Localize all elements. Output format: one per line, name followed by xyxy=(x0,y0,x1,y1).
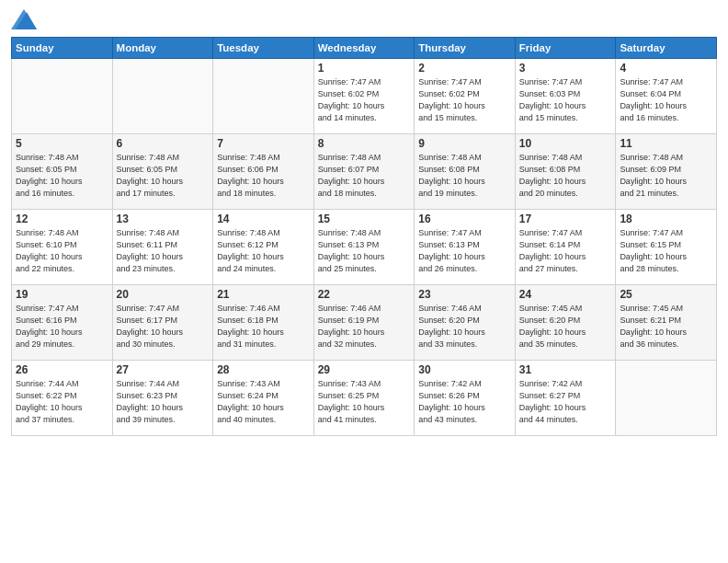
logo xyxy=(11,9,40,29)
day-number: 31 xyxy=(519,363,612,376)
calendar-cell: 26Sunrise: 7:44 AM Sunset: 6:22 PM Dayli… xyxy=(12,361,113,436)
day-number: 19 xyxy=(16,288,108,301)
day-info: Sunrise: 7:48 AM Sunset: 6:09 PM Dayligh… xyxy=(620,152,712,200)
weekday-header-sunday: Sunday xyxy=(12,38,113,59)
day-info: Sunrise: 7:43 AM Sunset: 6:25 PM Dayligh… xyxy=(318,378,411,426)
day-number: 11 xyxy=(620,137,712,150)
calendar-cell: 12Sunrise: 7:48 AM Sunset: 6:10 PM Dayli… xyxy=(12,210,113,285)
day-number: 4 xyxy=(620,62,712,75)
day-number: 1 xyxy=(318,62,411,75)
day-number: 21 xyxy=(217,288,310,301)
day-number: 17 xyxy=(519,213,612,225)
day-info: Sunrise: 7:42 AM Sunset: 6:26 PM Dayligh… xyxy=(418,378,511,426)
day-info: Sunrise: 7:48 AM Sunset: 6:08 PM Dayligh… xyxy=(519,152,612,200)
calendar-cell: 3Sunrise: 7:47 AM Sunset: 6:03 PM Daylig… xyxy=(515,59,616,134)
calendar-cell: 31Sunrise: 7:42 AM Sunset: 6:27 PM Dayli… xyxy=(515,361,616,436)
calendar-cell: 23Sunrise: 7:46 AM Sunset: 6:20 PM Dayli… xyxy=(415,285,516,361)
day-number: 6 xyxy=(117,137,210,150)
day-info: Sunrise: 7:47 AM Sunset: 6:14 PM Dayligh… xyxy=(519,227,612,275)
weekday-header-saturday: Saturday xyxy=(616,38,717,59)
calendar-cell: 19Sunrise: 7:47 AM Sunset: 6:16 PM Dayli… xyxy=(12,285,113,361)
day-number: 29 xyxy=(318,363,411,376)
day-number: 7 xyxy=(217,137,310,150)
calendar-header: SundayMondayTuesdayWednesdayThursdayFrid… xyxy=(12,38,717,59)
day-info: Sunrise: 7:48 AM Sunset: 6:06 PM Dayligh… xyxy=(217,152,310,200)
calendar-cell xyxy=(112,59,213,134)
day-info: Sunrise: 7:48 AM Sunset: 6:05 PM Dayligh… xyxy=(117,152,210,200)
day-info: Sunrise: 7:48 AM Sunset: 6:05 PM Dayligh… xyxy=(16,152,108,200)
day-info: Sunrise: 7:48 AM Sunset: 6:13 PM Dayligh… xyxy=(318,227,411,275)
calendar-cell: 5Sunrise: 7:48 AM Sunset: 6:05 PM Daylig… xyxy=(12,134,113,210)
day-info: Sunrise: 7:46 AM Sunset: 6:18 PM Dayligh… xyxy=(217,303,310,350)
calendar-cell: 14Sunrise: 7:48 AM Sunset: 6:12 PM Dayli… xyxy=(213,210,314,285)
day-info: Sunrise: 7:48 AM Sunset: 6:12 PM Dayligh… xyxy=(217,227,310,275)
day-number: 12 xyxy=(16,213,108,225)
day-info: Sunrise: 7:48 AM Sunset: 6:08 PM Dayligh… xyxy=(418,152,511,200)
calendar-cell: 15Sunrise: 7:48 AM Sunset: 6:13 PM Dayli… xyxy=(313,210,415,285)
calendar-cell: 4Sunrise: 7:47 AM Sunset: 6:04 PM Daylig… xyxy=(616,59,717,134)
day-info: Sunrise: 7:48 AM Sunset: 6:11 PM Dayligh… xyxy=(117,227,210,275)
day-info: Sunrise: 7:48 AM Sunset: 6:07 PM Dayligh… xyxy=(318,152,411,200)
day-info: Sunrise: 7:45 AM Sunset: 6:20 PM Dayligh… xyxy=(519,303,612,350)
calendar-week-2: 5Sunrise: 7:48 AM Sunset: 6:05 PM Daylig… xyxy=(12,134,717,210)
day-info: Sunrise: 7:47 AM Sunset: 6:02 PM Dayligh… xyxy=(418,76,511,124)
calendar-week-5: 26Sunrise: 7:44 AM Sunset: 6:22 PM Dayli… xyxy=(12,361,717,436)
day-number: 20 xyxy=(117,288,210,301)
weekday-header-monday: Monday xyxy=(112,38,213,59)
day-number: 28 xyxy=(217,363,310,376)
day-info: Sunrise: 7:42 AM Sunset: 6:27 PM Dayligh… xyxy=(519,378,612,426)
calendar-cell: 13Sunrise: 7:48 AM Sunset: 6:11 PM Dayli… xyxy=(112,210,213,285)
day-number: 14 xyxy=(217,213,310,225)
header xyxy=(11,9,717,29)
day-number: 23 xyxy=(418,288,511,301)
calendar-cell: 6Sunrise: 7:48 AM Sunset: 6:05 PM Daylig… xyxy=(112,134,213,210)
day-number: 18 xyxy=(620,213,712,225)
calendar-cell: 1Sunrise: 7:47 AM Sunset: 6:02 PM Daylig… xyxy=(313,59,415,134)
calendar-cell: 20Sunrise: 7:47 AM Sunset: 6:17 PM Dayli… xyxy=(112,285,213,361)
day-number: 15 xyxy=(318,213,411,225)
calendar-cell: 27Sunrise: 7:44 AM Sunset: 6:23 PM Dayli… xyxy=(112,361,213,436)
calendar-cell: 18Sunrise: 7:47 AM Sunset: 6:15 PM Dayli… xyxy=(616,210,717,285)
day-info: Sunrise: 7:44 AM Sunset: 6:23 PM Dayligh… xyxy=(117,378,210,426)
day-number: 25 xyxy=(620,288,712,301)
calendar-cell: 9Sunrise: 7:48 AM Sunset: 6:08 PM Daylig… xyxy=(415,134,516,210)
day-number: 8 xyxy=(318,137,411,150)
day-number: 27 xyxy=(117,363,210,376)
calendar-cell: 16Sunrise: 7:47 AM Sunset: 6:13 PM Dayli… xyxy=(415,210,516,285)
calendar-cell: 22Sunrise: 7:46 AM Sunset: 6:19 PM Dayli… xyxy=(313,285,415,361)
calendar-cell: 25Sunrise: 7:45 AM Sunset: 6:21 PM Dayli… xyxy=(616,285,717,361)
weekday-header-tuesday: Tuesday xyxy=(213,38,314,59)
calendar-cell: 30Sunrise: 7:42 AM Sunset: 6:26 PM Dayli… xyxy=(415,361,516,436)
day-number: 30 xyxy=(418,363,511,376)
calendar-cell xyxy=(213,59,314,134)
calendar-cell xyxy=(616,361,717,436)
day-info: Sunrise: 7:47 AM Sunset: 6:15 PM Dayligh… xyxy=(620,227,712,275)
calendar-cell: 7Sunrise: 7:48 AM Sunset: 6:06 PM Daylig… xyxy=(213,134,314,210)
weekday-row: SundayMondayTuesdayWednesdayThursdayFrid… xyxy=(12,38,717,59)
weekday-header-friday: Friday xyxy=(515,38,616,59)
day-info: Sunrise: 7:47 AM Sunset: 6:13 PM Dayligh… xyxy=(418,227,511,275)
day-number: 10 xyxy=(519,137,612,150)
calendar-cell: 8Sunrise: 7:48 AM Sunset: 6:07 PM Daylig… xyxy=(313,134,415,210)
calendar-cell: 11Sunrise: 7:48 AM Sunset: 6:09 PM Dayli… xyxy=(616,134,717,210)
calendar-week-4: 19Sunrise: 7:47 AM Sunset: 6:16 PM Dayli… xyxy=(12,285,717,361)
logo-icon xyxy=(11,9,37,29)
day-number: 22 xyxy=(318,288,411,301)
day-info: Sunrise: 7:48 AM Sunset: 6:10 PM Dayligh… xyxy=(16,227,108,275)
calendar-cell: 10Sunrise: 7:48 AM Sunset: 6:08 PM Dayli… xyxy=(515,134,616,210)
day-number: 26 xyxy=(16,363,108,376)
weekday-header-wednesday: Wednesday xyxy=(313,38,415,59)
calendar-body: 1Sunrise: 7:47 AM Sunset: 6:02 PM Daylig… xyxy=(12,59,717,436)
weekday-header-thursday: Thursday xyxy=(415,38,516,59)
day-info: Sunrise: 7:47 AM Sunset: 6:16 PM Dayligh… xyxy=(16,303,108,350)
day-number: 3 xyxy=(519,62,612,75)
day-number: 5 xyxy=(16,137,108,150)
day-info: Sunrise: 7:47 AM Sunset: 6:03 PM Dayligh… xyxy=(519,76,612,124)
calendar-cell xyxy=(12,59,113,134)
day-info: Sunrise: 7:43 AM Sunset: 6:24 PM Dayligh… xyxy=(217,378,310,426)
calendar-cell: 24Sunrise: 7:45 AM Sunset: 6:20 PM Dayli… xyxy=(515,285,616,361)
day-number: 2 xyxy=(418,62,511,75)
day-info: Sunrise: 7:46 AM Sunset: 6:19 PM Dayligh… xyxy=(318,303,411,350)
calendar-week-1: 1Sunrise: 7:47 AM Sunset: 6:02 PM Daylig… xyxy=(12,59,717,134)
page-container: SundayMondayTuesdayWednesdayThursdayFrid… xyxy=(0,0,728,443)
